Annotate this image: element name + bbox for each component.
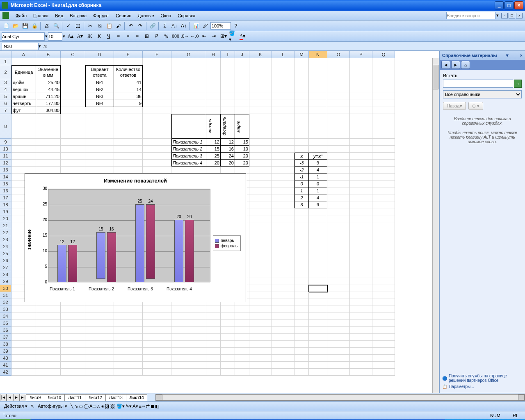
cell[interactable] [143,146,171,153]
cell[interactable] [249,222,272,229]
row-header-35[interactable]: 35 [0,320,11,327]
row-header-4[interactable]: 4 [0,86,11,93]
cell[interactable] [350,58,372,65]
cell[interactable] [309,215,327,222]
cell[interactable] [372,320,395,327]
cell[interactable] [372,201,395,208]
cell[interactable] [36,58,61,65]
select-objects-icon[interactable]: ↖ [31,404,34,409]
menu-window[interactable]: Окно [158,12,175,19]
cell[interactable] [11,362,36,369]
cell[interactable] [11,334,36,341]
picture-icon[interactable]: 🖼 [110,404,115,409]
cell[interactable] [327,114,350,139]
task-pane-close-icon[interactable]: × [520,53,523,58]
cell[interactable] [372,153,395,160]
cell[interactable] [350,146,372,153]
fill-color-icon[interactable]: 🪣▾ [228,32,237,41]
cell[interactable] [272,313,294,320]
cell[interactable] [372,236,395,243]
cell[interactable] [272,160,294,167]
cell[interactable] [114,306,143,313]
cell[interactable] [350,139,372,146]
cell[interactable] [309,334,327,341]
cell[interactable] [350,292,372,299]
cell[interactable] [249,292,272,299]
cell[interactable] [114,114,143,139]
cell[interactable] [85,167,114,173]
name-box[interactable] [2,43,39,50]
zoom-input[interactable] [210,22,231,30]
cell[interactable] [272,355,294,362]
cell[interactable] [36,306,61,313]
cell[interactable] [309,93,327,100]
doc-close-button[interactable]: × [516,13,523,18]
cell[interactable] [206,362,221,369]
draw-actions-menu[interactable]: Действия ▾ [2,403,30,410]
cell[interactable] [309,327,327,334]
cell[interactable] [249,236,272,243]
cell[interactable] [36,114,61,139]
cell[interactable] [36,327,61,334]
cell[interactable] [85,107,114,114]
cell[interactable] [143,341,171,348]
cell[interactable] [11,327,36,334]
row-header-37[interactable]: 37 [0,334,11,341]
spelling-icon[interactable]: ✓ [64,21,73,30]
line-icon[interactable]: ╲ [71,404,73,409]
cell[interactable] [171,306,206,313]
cell[interactable] [114,355,143,362]
cell[interactable] [350,369,372,376]
cell[interactable] [350,278,372,285]
decrease-font-icon[interactable]: A▾ [75,32,84,41]
cell[interactable] [143,327,171,334]
shadow-icon[interactable]: ◼ [151,404,154,409]
cell[interactable] [350,79,372,86]
row-header-9[interactable]: 9 [0,139,11,146]
cell[interactable] [272,93,294,100]
cell[interactable] [61,146,85,153]
cell[interactable] [294,79,309,86]
cell[interactable] [309,320,327,327]
research-search-input[interactable] [443,80,513,88]
cell[interactable] [327,313,350,320]
cell[interactable] [249,369,272,376]
cell[interactable] [221,355,235,362]
cell[interactable] [327,180,350,187]
cell[interactable]: 20 [235,160,249,167]
cell[interactable] [372,146,395,153]
chart[interactable]: Изменение показателей значение январьфев… [25,173,246,302]
sheet-tab-Лист11[interactable]: Лист11 [64,394,85,401]
cell[interactable] [221,100,235,107]
cell[interactable] [114,362,143,369]
cell[interactable] [309,243,327,250]
marketplace-link[interactable]: 🔵 Получить службы на странице решений па… [442,374,523,383]
textbox-icon[interactable]: A▭ [89,404,96,409]
cell[interactable] [327,167,350,173]
tab-next-icon[interactable]: ► [13,394,20,401]
cell[interactable] [272,236,294,243]
cell[interactable] [114,153,143,160]
cell[interactable] [350,153,372,160]
row-header-18[interactable]: 18 [0,201,11,208]
col-header-B[interactable]: B [36,51,61,58]
italic-button[interactable]: К [95,32,104,41]
cell[interactable] [372,306,395,313]
cell[interactable] [114,327,143,334]
cell[interactable] [327,250,350,257]
cell[interactable] [327,306,350,313]
cell[interactable] [372,139,395,146]
cell[interactable] [206,355,221,362]
cell[interactable] [249,334,272,341]
cell[interactable] [309,208,327,215]
bold-button[interactable]: Ж [85,32,94,41]
row-header-16[interactable]: 16 [0,187,11,194]
cell[interactable] [272,100,294,107]
cell[interactable] [85,362,114,369]
cell[interactable] [235,362,249,369]
cell[interactable] [61,327,85,334]
research-icon[interactable]: 🕮 [73,21,82,30]
cell[interactable] [294,222,309,229]
row-header-22[interactable]: 22 [0,229,11,236]
copy-icon[interactable]: ⎘ [95,21,104,30]
